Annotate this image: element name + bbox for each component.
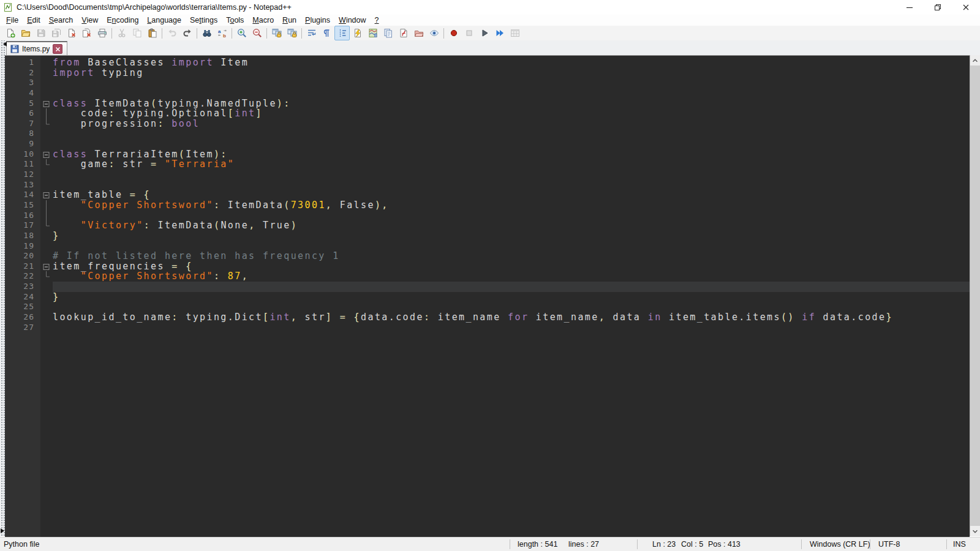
code-line[interactable]: 3 bbox=[5, 78, 970, 88]
code-text bbox=[53, 129, 970, 139]
open-file-button[interactable] bbox=[18, 26, 33, 40]
code-line[interactable]: 23 bbox=[5, 282, 970, 292]
code-line[interactable]: 14item_table = { bbox=[5, 190, 970, 200]
folder-as-workspace-button[interactable] bbox=[411, 26, 426, 40]
menu-item-tools[interactable]: Tools bbox=[222, 15, 248, 25]
sync-horizontal-scroll-button[interactable] bbox=[284, 26, 300, 40]
code-text: # If not listed here then has frequency … bbox=[53, 251, 970, 261]
sync-vertical-scroll-button[interactable] bbox=[269, 26, 284, 40]
macro-run-multiple-button[interactable] bbox=[492, 26, 507, 40]
print-button[interactable] bbox=[94, 26, 110, 40]
paste-button[interactable] bbox=[145, 26, 160, 40]
code-line[interactable]: 6 code: typing.Optional[int] bbox=[5, 108, 970, 119]
menu-item-file[interactable]: File bbox=[2, 15, 23, 25]
document-map-button[interactable] bbox=[365, 26, 380, 40]
code-line[interactable]: 19 bbox=[5, 241, 970, 252]
code-line[interactable]: 26lookup_id_to_name: typing.Dict[int, st… bbox=[5, 312, 970, 323]
menu-item-plugins[interactable]: Plugins bbox=[301, 15, 334, 25]
cut-button[interactable] bbox=[114, 26, 129, 40]
close-file-button[interactable] bbox=[64, 26, 79, 40]
menu-item-run[interactable]: Run bbox=[278, 15, 301, 25]
save-button[interactable] bbox=[33, 26, 48, 40]
scrollbar-down-button[interactable] bbox=[970, 526, 980, 536]
find-button[interactable] bbox=[199, 26, 214, 40]
code-line[interactable]: 18} bbox=[5, 231, 970, 241]
vertical-scrollbar[interactable] bbox=[970, 55, 980, 536]
zoom-in-button[interactable] bbox=[234, 26, 249, 40]
code-line[interactable]: 1from BaseClasses import Item bbox=[5, 58, 970, 68]
macro-stop-icon bbox=[464, 28, 474, 38]
undo-button[interactable] bbox=[164, 26, 179, 40]
replace-button[interactable]: ab bbox=[214, 26, 230, 40]
code-line[interactable]: 4 bbox=[5, 88, 970, 99]
scrollbar-thumb[interactable] bbox=[970, 66, 980, 526]
dock-collapse-left-arrow[interactable] bbox=[1, 42, 7, 47]
save-all-button[interactable] bbox=[48, 26, 64, 40]
menu-item-macro[interactable]: Macro bbox=[248, 15, 278, 25]
minimize-button[interactable] bbox=[895, 0, 924, 15]
macro-play-button[interactable] bbox=[477, 26, 492, 40]
menu-item-language[interactable]: Language bbox=[143, 15, 186, 25]
menu-item-settings[interactable]: Settings bbox=[186, 15, 222, 25]
copy-button[interactable] bbox=[129, 26, 145, 40]
code-line[interactable]: 7 progression: bool bbox=[5, 119, 970, 129]
menu-item-search[interactable]: Search bbox=[45, 15, 78, 25]
code-text: class ItemData(typing.NamedTuple): bbox=[53, 99, 970, 109]
code-line[interactable]: 8 bbox=[5, 129, 970, 139]
menu-item-edit[interactable]: Edit bbox=[23, 15, 45, 25]
code-line[interactable]: 17 "Victory": ItemData(None, True) bbox=[5, 220, 970, 231]
monitoring-button[interactable] bbox=[426, 26, 442, 40]
code-token bbox=[53, 200, 81, 211]
document-list-button[interactable] bbox=[380, 26, 396, 40]
redo-button[interactable] bbox=[179, 26, 195, 40]
close-button[interactable] bbox=[952, 0, 980, 15]
code-line[interactable]: 9 bbox=[5, 139, 970, 149]
scrollbar-up-button[interactable] bbox=[970, 55, 980, 66]
fold-box-icon[interactable] bbox=[40, 99, 53, 109]
code-line[interactable]: 12 bbox=[5, 170, 970, 180]
close-all-button[interactable] bbox=[79, 26, 94, 40]
code-token: "Terraria" bbox=[165, 159, 235, 170]
code-line[interactable]: 25 bbox=[5, 302, 970, 312]
code-line[interactable]: 20# If not listed here then has frequenc… bbox=[5, 251, 970, 261]
code-line[interactable]: 16 bbox=[5, 211, 970, 221]
code-line[interactable]: 15 "Copper Shortsword": ItemData(73001, … bbox=[5, 200, 970, 211]
macro-record-button[interactable] bbox=[446, 26, 461, 40]
fold-box-icon[interactable] bbox=[40, 261, 53, 272]
function-list-button[interactable] bbox=[396, 26, 411, 40]
code-line[interactable]: 27 bbox=[5, 323, 970, 333]
tab-close-button[interactable] bbox=[53, 44, 62, 54]
code-text bbox=[53, 211, 970, 221]
menu-item-help[interactable]: ? bbox=[371, 15, 383, 25]
code-line[interactable]: 10class TerrariaItem(Item): bbox=[5, 149, 970, 160]
show-indent-guide-button[interactable] bbox=[334, 26, 350, 40]
code-token: class bbox=[53, 98, 88, 109]
editor[interactable]: 1from BaseClasses import Item2import typ… bbox=[5, 55, 970, 537]
code-line[interactable]: 2import typing bbox=[5, 68, 970, 78]
code-line[interactable]: 22 "Copper Shortsword": 87, bbox=[5, 271, 970, 282]
code-line[interactable]: 13 bbox=[5, 180, 970, 190]
define-language-button[interactable] bbox=[350, 26, 365, 40]
code-line[interactable]: 24} bbox=[5, 292, 970, 302]
macro-stop-button[interactable] bbox=[461, 26, 477, 40]
menu-item-view[interactable]: View bbox=[77, 15, 102, 25]
restore-button[interactable] bbox=[924, 0, 952, 15]
toolbar-separator bbox=[266, 28, 267, 39]
word-wrap-button[interactable] bbox=[304, 26, 319, 40]
code-line[interactable]: 11 game: str = "Terraria" bbox=[5, 159, 970, 170]
fold-margin bbox=[40, 241, 53, 252]
new-file-button[interactable] bbox=[2, 26, 18, 40]
docked-panel-splitter[interactable] bbox=[0, 40, 5, 536]
code-line[interactable]: 21item_frequencies = { bbox=[5, 261, 970, 272]
monitoring-icon bbox=[429, 28, 439, 38]
macro-save-button[interactable] bbox=[507, 26, 522, 40]
fold-box-icon[interactable] bbox=[40, 149, 53, 160]
tab-items-py[interactable]: Items.py bbox=[6, 41, 67, 56]
fold-box-icon[interactable] bbox=[40, 190, 53, 200]
code-line[interactable]: 5class ItemData(typing.NamedTuple): bbox=[5, 99, 970, 109]
show-all-characters-button[interactable] bbox=[319, 26, 334, 40]
menu-item-window[interactable]: Window bbox=[334, 15, 370, 25]
zoom-out-button[interactable] bbox=[249, 26, 265, 40]
menu-item-encoding[interactable]: Encoding bbox=[102, 15, 143, 25]
code-token: item_name bbox=[529, 312, 598, 323]
